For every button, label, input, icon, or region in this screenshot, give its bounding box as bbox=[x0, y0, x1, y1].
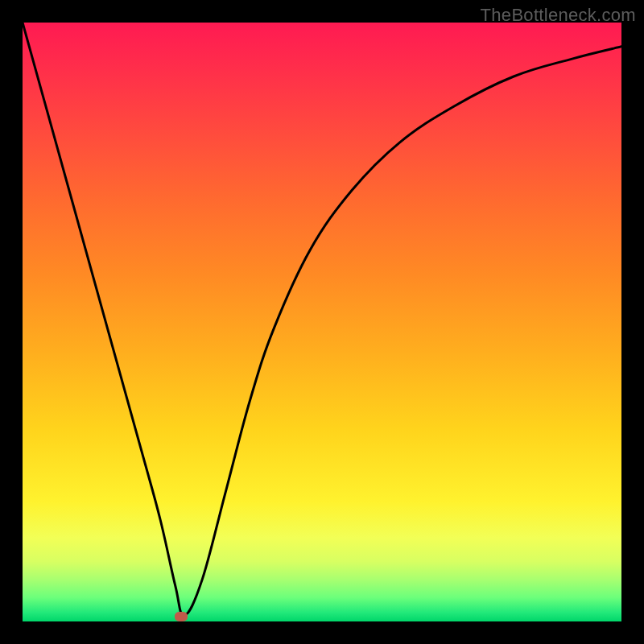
bottleneck-curve bbox=[23, 23, 621, 621]
curve-path bbox=[23, 23, 621, 616]
watermark-text: TheBottleneck.com bbox=[481, 5, 636, 26]
chart-frame: TheBottleneck.com bbox=[0, 0, 644, 644]
plot-area bbox=[23, 23, 621, 621]
optimum-marker bbox=[175, 612, 188, 621]
